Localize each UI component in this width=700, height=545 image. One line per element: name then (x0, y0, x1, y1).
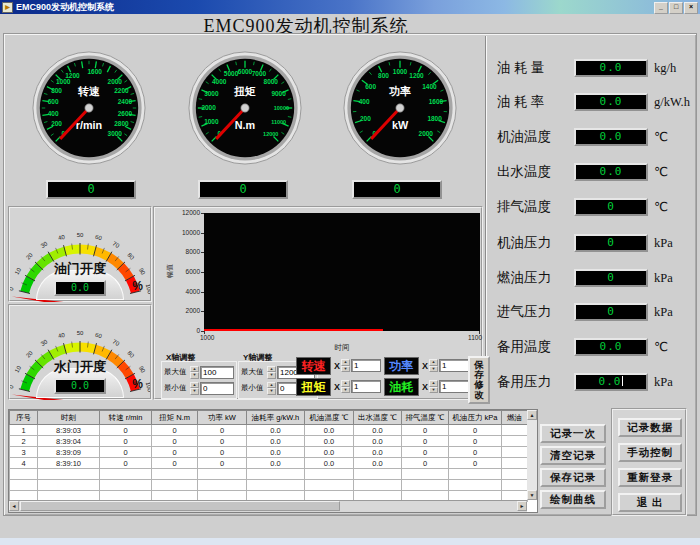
table-header-cell: 扭矩 N.m (152, 411, 198, 425)
fuel-scale-control-x: X (422, 382, 428, 392)
scroll-down-button[interactable]: ▼ (527, 490, 537, 500)
svg-text:1800: 1800 (427, 115, 442, 122)
control-button-panel: 记录数据手动控制重新登录退 出 (611, 408, 687, 516)
power-scale-control-spinner[interactable]: ▲▼ (429, 359, 438, 372)
table-cell (502, 436, 528, 447)
readout-display: 0 (574, 269, 648, 287)
window-titlebar: ▶ EMC900发动机控制系统 _ □ × (0, 0, 700, 14)
readout-display: 0.0 (574, 338, 648, 356)
table-cell: 0.0 (354, 436, 402, 447)
chart-plot (204, 213, 480, 331)
clear-records-button[interactable]: 清空记录 (540, 446, 606, 465)
speed-scale-control-label: 转速 (296, 357, 331, 375)
maximize-button[interactable]: □ (669, 2, 683, 14)
readout-row-1: 油 耗 率0.0g/kW.h (488, 92, 696, 114)
svg-text:2800: 2800 (114, 120, 129, 127)
table-cell: 3 (10, 447, 38, 458)
readout-unit: kg/h (654, 58, 696, 78)
readout-display[interactable]: 0.0 (574, 373, 648, 391)
record-data-button[interactable]: 记录数据 (618, 418, 682, 437)
svg-text:1000: 1000 (204, 118, 219, 125)
y-tick-mark (201, 311, 204, 312)
readout-row-5: 机油压力0kPa (488, 233, 696, 255)
y-tick-mark (201, 252, 204, 253)
table-empty-row[interactable] (10, 469, 528, 480)
table-row[interactable]: 18:39:030000.00.00.000 (10, 425, 528, 436)
table-cell (402, 469, 449, 480)
x-max-spinner[interactable]: ▲▼ (190, 366, 199, 379)
x-max-input[interactable] (200, 366, 234, 379)
table-horizontal-scrollbar[interactable]: ◄► (9, 500, 527, 512)
table-cell (402, 480, 449, 491)
draw-curve-button[interactable]: 绘制曲线 (540, 490, 606, 509)
speed-scale-control-input[interactable] (351, 359, 381, 372)
y-min-label: 最小值 (241, 383, 267, 393)
scroll-up-button[interactable]: ▲ (527, 410, 537, 420)
speed-scale-control: 转速X▲▼ (296, 357, 381, 374)
y-min-spinner[interactable]: ▲▼ (267, 382, 276, 395)
exit-button[interactable]: 退 出 (618, 493, 682, 512)
table-cell (305, 469, 354, 480)
power-gauge-display: 0 (352, 180, 442, 199)
save-records-button[interactable]: 保存记录 (540, 468, 606, 487)
table-row[interactable]: 48:39:100000.00.00.000 (10, 458, 528, 469)
table-vertical-scrollbar[interactable]: ▲▼ (527, 410, 537, 500)
scroll-right-button[interactable]: ► (517, 501, 527, 511)
minimize-button[interactable]: _ (654, 2, 668, 14)
speed-scale-control-spinner[interactable]: ▲▼ (341, 359, 350, 372)
table-cell: 8:39:04 (38, 436, 100, 447)
table-cell (305, 480, 354, 491)
scroll-left-button[interactable]: ◄ (9, 501, 19, 511)
readout-display: 0 (574, 234, 648, 252)
speed-scale-control-x: X (334, 361, 340, 371)
x-min-input[interactable] (200, 382, 234, 395)
svg-text:5000: 5000 (224, 70, 239, 77)
y-max-spinner[interactable]: ▲▼ (267, 366, 276, 379)
x-max-label: 最大值 (164, 367, 190, 377)
record-once-button[interactable]: 记录一次 (540, 424, 606, 443)
table-row[interactable]: 38:39:090000.00.00.000 (10, 447, 528, 458)
manual-control-button[interactable]: 手动控制 (618, 443, 682, 462)
svg-text:2000: 2000 (201, 104, 216, 111)
svg-text:40: 40 (57, 332, 66, 340)
table-header-cell: 时刻 (38, 411, 100, 425)
power-scale-control-input[interactable] (439, 359, 469, 372)
readout-row-2: 机油温度0.0℃ (488, 127, 696, 149)
readout-label: 机油压力 (497, 233, 573, 253)
torque-scale-control-spinner[interactable]: ▲▼ (341, 380, 350, 393)
scrollbar-thumb[interactable] (20, 501, 340, 511)
table-row[interactable]: 28:39:040000.00.00.000 (10, 436, 528, 447)
svg-text:1600: 1600 (429, 98, 444, 105)
svg-text:600: 600 (365, 83, 376, 90)
y-max-label: 最大值 (241, 367, 267, 377)
table-cell: 0.0 (354, 458, 402, 469)
table-cell (449, 480, 502, 491)
torque-scale-control-input[interactable] (351, 380, 381, 393)
window-bottom-edge (0, 538, 700, 545)
table-cell (502, 458, 528, 469)
table-cell (100, 469, 152, 480)
x-min-spinner[interactable]: ▲▼ (190, 382, 199, 395)
records-table-area: 序号时刻转速 r/min扭矩 N.m功率 kW油耗率 g/kW.h机油温度 ℃出… (8, 409, 538, 513)
svg-text:1200: 1200 (409, 72, 424, 79)
fuel-scale-control-input[interactable] (439, 380, 469, 393)
table-cell: 0.0 (305, 425, 354, 436)
relogin-button[interactable]: 重新登录 (618, 468, 682, 487)
table-header-cell: 功率 kW (198, 411, 247, 425)
table-header-cell: 油耗率 g/kW.h (247, 411, 305, 425)
save-modify-button[interactable]: 保存修改 (468, 356, 490, 404)
table-cell: 0.0 (305, 458, 354, 469)
readout-label: 机油温度 (497, 127, 573, 147)
y-tick-label: 6000 (155, 268, 200, 275)
table-cell: 0 (100, 458, 152, 469)
fuel-scale-control-spinner[interactable]: ▲▼ (429, 380, 438, 393)
svg-text:60: 60 (95, 332, 104, 340)
table-empty-row[interactable] (10, 480, 528, 491)
close-button[interactable]: × (684, 2, 698, 14)
readout-unit: ℃ (654, 162, 696, 182)
svg-text:1200: 1200 (65, 72, 80, 79)
readout-display: 0.0 (574, 163, 648, 181)
table-cell (38, 480, 100, 491)
power-scale-control: 功率X▲▼ (384, 357, 469, 374)
svg-text:kW: kW (392, 119, 409, 131)
